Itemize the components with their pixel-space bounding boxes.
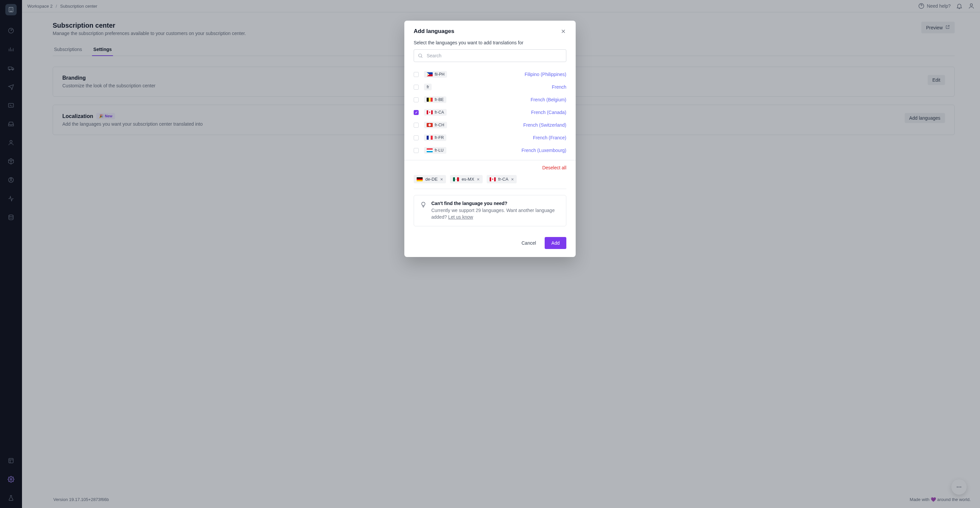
language-checkbox[interactable] — [414, 84, 418, 90]
svg-rect-23 — [431, 98, 433, 102]
remove-chip-icon[interactable]: × — [477, 177, 480, 182]
language-code: fr-FR — [435, 135, 444, 140]
flag-icon — [453, 177, 459, 182]
svg-rect-30 — [427, 136, 429, 140]
selected-language-chip: fr-CA × — [487, 175, 517, 183]
add-languages-modal: Add languages Select the languages you w… — [404, 21, 576, 257]
svg-point-42 — [456, 179, 457, 179]
language-code: fr-BE — [435, 97, 444, 102]
svg-rect-37 — [417, 179, 423, 180]
svg-rect-38 — [417, 180, 423, 182]
language-name: French (France) — [533, 135, 566, 140]
language-row[interactable]: fr-LU French (Luxembourg) — [414, 144, 566, 157]
language-name: French (Canada) — [531, 110, 566, 115]
search-box — [414, 49, 566, 62]
language-code-chip: fr-BE — [424, 96, 446, 103]
svg-point-20 — [427, 74, 428, 75]
svg-rect-45 — [494, 177, 496, 182]
language-name: French (Luxembourg) — [521, 148, 566, 153]
selected-languages: de-DE × es-MX × fr-CA × — [404, 175, 576, 189]
svg-rect-25 — [427, 110, 428, 114]
svg-rect-36 — [417, 177, 423, 179]
lightbulb-icon — [420, 201, 427, 208]
svg-rect-41 — [457, 177, 459, 182]
svg-rect-29 — [428, 125, 431, 126]
language-code: fr-CA — [435, 110, 444, 115]
search-icon — [418, 53, 423, 58]
language-code-chip: fil-PH — [424, 71, 447, 78]
modal-overlay[interactable]: Add languages Select the languages you w… — [0, 0, 980, 508]
language-code: fr-LU — [435, 148, 444, 153]
language-code: fr-CH — [435, 123, 444, 127]
deselect-all-link[interactable]: Deselect all — [542, 165, 566, 170]
modal-title: Add languages — [414, 28, 454, 35]
selected-code: es-MX — [462, 177, 474, 182]
flag-icon — [490, 177, 496, 182]
svg-rect-31 — [429, 136, 431, 140]
language-row[interactable]: fr-BE French (Belgium) — [414, 93, 566, 106]
svg-rect-21 — [427, 98, 429, 102]
selected-code: fr-CA — [498, 177, 508, 182]
language-checkbox[interactable] — [414, 110, 418, 115]
cancel-button[interactable]: Cancel — [517, 237, 540, 248]
svg-rect-33 — [427, 148, 433, 150]
language-row[interactable]: fr French — [414, 81, 566, 93]
close-icon[interactable] — [560, 28, 566, 34]
info-title: Can't find the language you need? — [431, 201, 560, 206]
remove-chip-icon[interactable]: × — [511, 177, 514, 182]
language-checkbox[interactable] — [414, 72, 418, 77]
language-row[interactable]: fil-PH Filipino (Philippines) — [414, 68, 566, 81]
language-code-chip: fr-CA — [424, 109, 447, 116]
search-input[interactable] — [414, 49, 566, 62]
language-row[interactable]: fr-FR French (France) — [414, 131, 566, 144]
add-button[interactable]: Add — [545, 237, 566, 249]
let-us-know-link[interactable]: Let us know — [448, 214, 473, 220]
language-code-chip: fr — [424, 84, 432, 90]
svg-rect-44 — [490, 177, 492, 182]
flag-icon — [427, 110, 433, 114]
remove-chip-icon[interactable]: × — [440, 177, 443, 182]
info-box: Can't find the language you need? Curren… — [414, 195, 566, 226]
flag-icon — [427, 123, 433, 127]
flag-icon — [427, 148, 433, 152]
language-checkbox[interactable] — [414, 148, 418, 153]
svg-rect-35 — [427, 151, 433, 152]
language-checkbox[interactable] — [414, 97, 418, 102]
svg-rect-22 — [429, 98, 431, 102]
selected-language-chip: de-DE × — [414, 175, 446, 183]
language-name: French (Switzerland) — [523, 122, 566, 128]
language-checkbox[interactable] — [414, 123, 418, 128]
modal-description: Select the languages you want to add tra… — [404, 39, 576, 49]
language-code: fil-PH — [435, 72, 444, 76]
language-code-chip: fr-LU — [424, 147, 446, 154]
flag-icon — [417, 177, 423, 182]
svg-rect-34 — [427, 150, 433, 151]
svg-point-17 — [418, 54, 422, 57]
language-name: Filipino (Philippines) — [525, 72, 566, 77]
language-name: French — [552, 84, 566, 90]
svg-rect-32 — [431, 136, 433, 140]
language-code-chip: fr-CH — [424, 122, 447, 128]
flag-icon — [427, 136, 433, 140]
svg-rect-26 — [431, 110, 433, 114]
svg-rect-39 — [453, 177, 455, 182]
language-checkbox[interactable] — [414, 135, 418, 140]
language-code-chip: fr-FR — [424, 134, 446, 141]
selected-code: de-DE — [425, 177, 438, 182]
language-list: fil-PH Filipino (Philippines) fr French … — [404, 63, 576, 160]
flag-icon — [427, 72, 433, 76]
flag-icon — [427, 98, 433, 102]
language-code: fr — [427, 84, 429, 89]
language-row[interactable]: fr-CH French (Switzerland) — [414, 119, 566, 131]
language-row[interactable]: fr-CA French (Canada) — [414, 106, 566, 119]
selected-language-chip: es-MX × — [450, 175, 483, 183]
info-text: Currently we support 29 languages. Want … — [431, 207, 560, 221]
language-name: French (Belgium) — [531, 97, 566, 102]
